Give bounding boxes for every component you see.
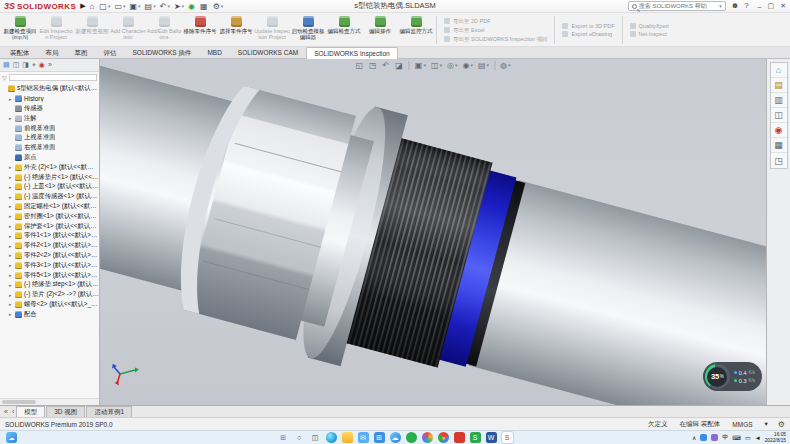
help-search-box[interactable]: ▾ [628,1,726,11]
export-button[interactable]: Export to 3D PDF [562,23,614,29]
quick-access-button[interactable]: ▣ ▾ [130,2,141,11]
taskbar-clock[interactable]: 16:05 2022/8/15 [765,432,786,443]
command-button[interactable]: 编辑监控方式 [398,14,434,46]
tree-item[interactable]: ▸ (-) 温度传感器<1> (默认<<默认>_显 [0,192,99,202]
tree-item[interactable]: s型铠装热电偶 (默认<默认>_显示状态-1> [0,84,99,94]
quick-access-button[interactable]: ▦ [200,2,209,11]
export-button[interactable]: 导出至 2D PDF [444,18,547,25]
task-pane-tab-icon[interactable]: ▦ [771,138,787,153]
quick-access-button[interactable]: ⌂ [90,2,96,11]
command-tab[interactable]: SOLIDWORKS Inspection [306,47,398,59]
taskbar-app-icon[interactable]: ● [438,432,449,443]
view-tab-nav-arrow[interactable]: « [2,406,10,417]
tree-item[interactable]: 右视基准面 [0,143,99,153]
tray-icon[interactable] [711,434,718,441]
status-item[interactable]: 在编辑 装配体 [680,420,721,429]
sign-in-icon[interactable]: ☻ [731,1,739,11]
tree-item[interactable]: ▸ (-) 绝缘垫片<1> (默认<<默认>_显示 [0,172,99,182]
export-button[interactable]: QualityXpert [630,23,669,29]
tree-item[interactable]: ▸ History [0,94,99,104]
tree-item[interactable]: ▸ 零件5<1> (默认<<默认>_显示状态- [0,270,99,280]
view-tool-icon[interactable]: ↶ [383,60,391,71]
window-control-button[interactable]: – [758,3,762,10]
quick-access-button[interactable]: ➤ ▾ [174,2,184,11]
tree-item[interactable]: ▸ (-) 绝缘垫.step<1> (默认<<默认>_ [0,280,99,290]
task-pane-tab-icon[interactable]: ◫ [771,108,787,123]
view-tool-icon[interactable]: ◎ ▾ [447,60,458,71]
tree-item[interactable]: ▸ (-) 垫片 (2)<2> ->? (默认<<默认>_ [0,290,99,300]
task-pane-tab-icon[interactable]: ▤ [771,78,787,93]
tree-item[interactable]: ▸ 配合 [0,309,99,319]
tray-icon[interactable] [700,434,707,441]
status-item[interactable]: 欠定义 [648,420,668,429]
feature-manager-tab-icon[interactable]: ⌖ [32,59,36,71]
tree-horizontal-scrollbar[interactable] [0,398,99,405]
menu-expand-arrow-icon[interactable]: ▶ [80,2,85,10]
view-tool-icon[interactable]: ▤ ▾ [478,60,489,71]
command-button[interactable]: Update Inspection Project [254,14,290,46]
command-tab[interactable]: 布局 [38,46,67,58]
tree-item[interactable]: ▸ 零件1<1> (默认<<默认>_显示状态- [0,231,99,241]
tree-item[interactable]: ▸ 螺母<2> (默认<<默认>_显示状态- [0,300,99,310]
view-tool-icon[interactable]: ◱ [355,60,364,71]
command-tab[interactable]: 草图 [67,46,96,58]
tree-item[interactable]: ▸ 外壳 (2)<1> (默认<<默认>_显示状态 [0,162,99,172]
quick-access-button[interactable]: ▤ ▾ [145,2,156,11]
taskbar-app-icon[interactable]: ◫ [310,432,321,443]
view-tool-icon[interactable]: ◳ [369,60,378,71]
tree-item[interactable]: ▸ 固定螺栓<1> (默认<<默认>_显示状 [0,202,99,212]
quick-access-button[interactable]: ⚙ ▾ [213,2,224,11]
tray-icon[interactable]: ⌨ [732,434,741,441]
task-pane-tab-icon[interactable]: ▥ [771,93,787,108]
command-button[interactable]: Add/Edit Balloons [146,14,182,46]
search-chevron-icon[interactable]: ▾ [719,3,722,9]
quick-access-button[interactable]: ▢ ▾ [99,2,110,11]
feature-manager-tab-icon[interactable]: » [48,59,52,71]
quick-access-button[interactable]: ◉ [188,2,196,11]
task-pane-tab-icon[interactable]: ⌂ [771,63,787,78]
view-tool-icon[interactable]: ◪ [395,60,404,71]
command-tab[interactable]: MBD [199,46,229,58]
taskbar-app-icon[interactable]: ☁ [390,432,401,443]
window-control-button[interactable]: ✕ [780,2,786,10]
taskbar-app-icon[interactable] [422,432,433,443]
taskbar-app-icon[interactable]: ⊞ [278,432,289,443]
command-tab[interactable]: 评估 [96,46,125,58]
export-button[interactable]: 导出至 Excel [444,27,547,34]
settings-gear-icon[interactable]: ⚙ [778,420,785,429]
filter-funnel-icon[interactable]: ▽ [2,74,7,81]
status-item[interactable]: MMGS [732,421,752,428]
tree-item[interactable]: 传感器 [0,104,99,114]
taskbar-app-icon[interactable]: W [486,432,497,443]
command-button[interactable]: Add Characteristic [110,14,146,46]
quick-access-button[interactable]: ↶ ▾ [160,2,170,11]
taskbar-app-icon[interactable]: ✉ [358,432,369,443]
tray-icon[interactable]: ▭ [745,434,751,441]
taskbar-app-icon[interactable] [326,432,337,443]
tree-item[interactable]: ▸ 零件2<2> (默认<<默认>_显示状态- [0,251,99,261]
task-pane-tab-icon[interactable]: ◉ [771,123,787,138]
scrollbar-thumb[interactable] [2,400,36,404]
view-tab[interactable]: 运动算例1 [86,406,132,417]
command-button[interactable]: 选择零件序号 [218,14,254,46]
taskbar-app-icon[interactable]: S [470,432,481,443]
tray-icon[interactable]: ◄ [755,435,761,441]
tree-item[interactable]: ▸ 零件2<1> (默认<<默认>_显示状态- [0,241,99,251]
view-tab[interactable]: 模型 [16,406,45,417]
taskbar-app-icon[interactable]: ○ [294,432,305,443]
view-tab[interactable]: 3D 视图 [46,406,85,417]
taskbar-app-icon[interactable]: ⊞ [374,432,385,443]
taskbar-app-icon[interactable] [454,432,465,443]
taskbar-app-icon[interactable]: S [502,432,513,443]
export-button[interactable]: Export eDrawing [562,31,614,37]
command-button[interactable]: 编辑操作 [362,14,398,46]
status-item[interactable]: ▾ [765,420,768,428]
task-pane-tab-icon[interactable]: ◳ [771,153,787,168]
help-icon[interactable]: ? [744,1,748,11]
export-button[interactable]: 导出至 SOLIDWORKS Inspection 项目 [444,36,547,43]
window-control-button[interactable]: ▢ [768,2,775,10]
tree-item[interactable]: ▸ 密封圈<1> (默认<<默认>_显示状态 [0,211,99,221]
widgets-weather-icon[interactable]: ☁ [6,432,17,443]
view-tool-icon[interactable] [409,61,410,70]
quick-access-button[interactable]: ▭ ▾ [114,2,125,11]
